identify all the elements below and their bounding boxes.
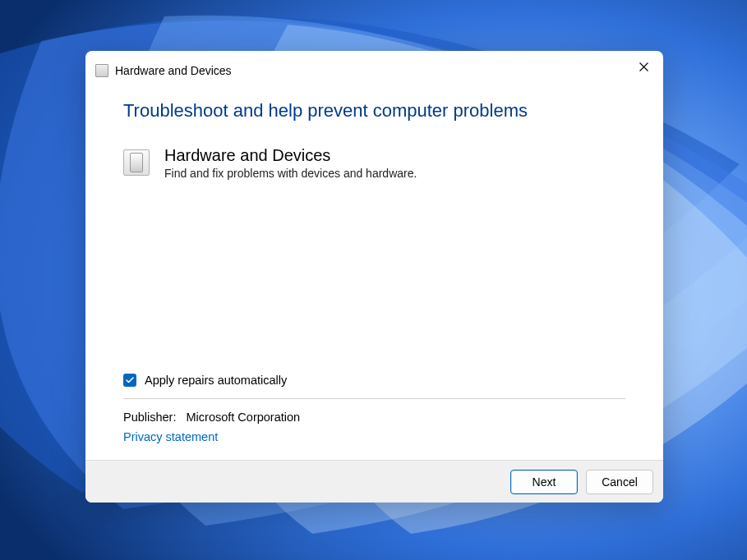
apply-repairs-checkbox[interactable] [123, 374, 136, 387]
hardware-icon [123, 149, 150, 176]
close-button[interactable] [627, 54, 660, 79]
troubleshooter-item: Hardware and Devices Find and fix proble… [123, 146, 625, 180]
publisher-value: Microsoft Corporation [187, 411, 301, 424]
divider [123, 398, 625, 399]
window-icon [95, 64, 108, 77]
window-title: Hardware and Devices [115, 64, 232, 77]
publisher-row: Publisher: Microsoft Corporation [123, 411, 625, 424]
troubleshooter-dialog: Hardware and Devices Troubleshoot and he… [85, 51, 663, 503]
item-description: Find and fix problems with devices and h… [164, 167, 417, 180]
next-button[interactable]: Next [510, 470, 578, 494]
dialog-content: Troubleshoot and help prevent computer p… [85, 90, 663, 460]
check-icon [126, 377, 134, 383]
privacy-statement-link[interactable]: Privacy statement [123, 430, 625, 443]
close-icon [639, 62, 648, 71]
page-title: Troubleshoot and help prevent computer p… [123, 100, 625, 122]
titlebar: Hardware and Devices [85, 51, 663, 90]
dialog-footer: Next Cancel [85, 460, 663, 503]
publisher-label: Publisher: [123, 411, 176, 424]
item-title: Hardware and Devices [164, 146, 417, 165]
apply-repairs-label: Apply repairs automatically [145, 374, 287, 387]
cancel-button[interactable]: Cancel [586, 470, 653, 494]
apply-repairs-option[interactable]: Apply repairs automatically [123, 374, 625, 387]
